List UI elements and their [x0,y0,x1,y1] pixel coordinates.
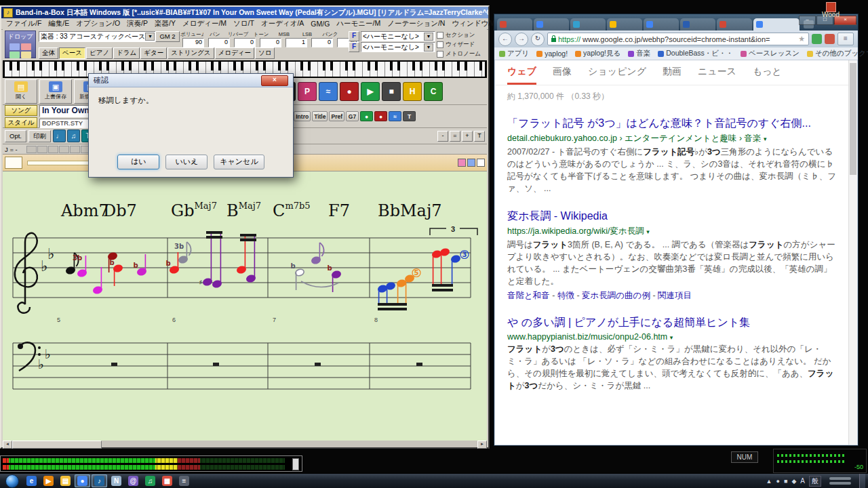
browser-tab[interactable] [607,18,642,30]
notation-score[interactable]: ♭♭♭♭Abm7Db7GbMaj7BMaj7Cm7b5F7BbMaj756783… [3,171,481,440]
biab-menu-item[interactable]: ウィンドウ/W [448,19,500,28]
note[interactable] [386,282,396,303]
part-button-ギター[interactable]: ギター [140,47,167,59]
biab-menu-item[interactable]: ノーテーション/N [384,19,448,28]
yes-button[interactable]: はい [117,155,159,169]
google-tab-動画[interactable]: 動画 [663,66,682,85]
mixer-value-field[interactable]: 90 [182,38,204,47]
chord-symbol[interactable]: GbMaj7 [171,201,217,220]
note[interactable] [432,250,442,284]
ime-mode-indicator[interactable]: A [800,477,805,485]
browser-tab[interactable] [680,18,715,30]
result-dropdown-icon[interactable]: ▾ [670,334,673,341]
sublink[interactable]: 特徴 [557,291,574,300]
harmony-icon[interactable]: H [403,82,422,101]
bookmark-item[interactable]: アプリ [499,49,529,58]
sublink[interactable]: 関連項目 [658,291,692,300]
band-in-a-box-icon[interactable]: ♪ [92,474,107,487]
zoom-button[interactable]: T [474,131,485,142]
part-button-メロディー[interactable]: メロディー [215,47,254,59]
mixer-option[interactable]: メトロノーム [437,50,481,58]
result-title-link[interactable]: や の多い調 | ピアノが上手になる超簡単ヒント集 [507,316,837,330]
zoom-button[interactable]: + [462,131,473,142]
tray-expand-icon[interactable]: ▲ [766,478,772,485]
result-dropdown-icon[interactable]: ▾ [646,228,650,235]
mixer-option[interactable]: セクション [437,31,481,39]
dialog-close-button[interactable]: × [261,75,288,86]
biab-titlebar[interactable]: ♪ Band-in-a-Box 日本語 Windows 版 [*..usic¥#… [1,7,488,18]
chord-symbol[interactable]: Cm7b5 [273,201,311,220]
forward-button[interactable]: → [515,33,528,46]
chord-symbol[interactable]: F7 [328,201,350,220]
bookmark-item[interactable]: yaplog! [536,49,568,58]
practice-icon[interactable]: P [298,82,317,101]
zoom-button[interactable]: = [450,131,460,142]
part-button-ドラム[interactable]: ドラム [113,47,140,59]
notation-area[interactable]: ♭♭♭♭Abm7Db7GbMaj7BMaj7Cm7b5F7BbMaj756783… [3,171,487,441]
gm-button[interactable]: GM 2 [155,31,180,42]
tools-icon[interactable]: T [403,111,416,121]
google-tab-ニュース[interactable]: ニュース [698,66,736,85]
browser-tab-active[interactable] [753,18,800,30]
bookmark-item[interactable]: yaplog!見る [575,49,620,58]
note[interactable] [212,234,222,288]
back-button[interactable]: ← [498,33,512,46]
wave-icon[interactable]: ≈ [389,111,401,121]
browser-tab[interactable] [644,18,679,30]
tempo-label[interactable]: J = - [5,146,18,153]
note[interactable] [93,267,103,294]
google-tab-ウェブ[interactable]: ウェブ [507,66,536,85]
browser-tab[interactable] [534,18,569,30]
internet-explorer-icon[interactable]: e [24,474,39,487]
pink-marker-button[interactable] [458,159,466,167]
settings-icon[interactable]: ≡ [176,474,192,487]
rec-icon[interactable]: ● [374,111,387,121]
notes-icon[interactable]: ♫ [67,129,80,142]
tray-icon[interactable]: ● [776,478,780,485]
browser-tab[interactable] [570,18,606,30]
extension-icon[interactable] [812,34,822,44]
biab-menu-item[interactable]: オーディオ/A [258,19,307,28]
record-icon[interactable]: ● [340,82,359,101]
result-title-link[interactable]: 変ホ長調 - Wikipedia [507,209,837,224]
chord-symbol[interactable]: BbMaj7 [378,201,442,220]
note[interactable] [170,252,180,274]
solo-harmony-select[interactable]: <ハーモニーなし> ▼ [361,42,435,52]
ime-conversion-indicator[interactable]: 般 [809,476,821,487]
chrome-icon[interactable]: ● [75,474,90,487]
sublink[interactable]: 音階と和音 [507,291,550,300]
cancel-button[interactable]: キャンセル [214,155,264,169]
note[interactable] [295,268,305,290]
note[interactable] [137,254,147,276]
white-marker-button[interactable] [477,159,485,167]
bookmark-item[interactable]: ベースレッスン [741,49,800,58]
note[interactable] [451,255,461,284]
no-button[interactable]: いいえ [165,155,208,169]
note[interactable] [405,274,415,303]
scroll-left-arrow[interactable]: ◄ [3,441,12,449]
show-desktop-button[interactable] [859,474,865,488]
intro-button[interactable]: Intro [294,111,311,121]
mail-icon[interactable]: @ [125,474,141,487]
biab-menu-item[interactable]: ハーモニー/M [333,19,384,28]
part-button-ソロ[interactable]: ソロ [255,47,275,59]
zoom-button[interactable]: - [437,131,448,142]
note-icon[interactable]: ♩ [53,129,66,142]
checkbox-icon[interactable] [437,41,443,48]
mixer-value-field[interactable]: 0 [234,38,256,47]
tray-icon[interactable]: ◆ [791,478,796,485]
title-button[interactable]: Title [312,111,328,121]
other-bookmarks-button[interactable]: その他のブックマーク [807,49,868,58]
notepad-icon[interactable]: N [108,474,124,487]
meter-handle[interactable] [292,458,299,470]
taskbar-clock[interactable] [825,477,855,485]
biab-menu-item[interactable]: ファイル/F [3,19,45,28]
address-bar[interactable]: https:// www.google.co.jp/webhp?sourceid… [547,33,809,45]
drop-station[interactable]: ドロップ [5,30,36,58]
scrollbar-thumb[interactable] [850,63,856,175]
google-tab-もっと[interactable]: もっと [753,66,782,85]
style-button[interactable]: スタイル [5,117,37,128]
solo-f-button[interactable]: F [349,42,359,52]
note[interactable] [332,270,342,292]
part-button-全体[interactable]: 全体 [39,47,58,59]
